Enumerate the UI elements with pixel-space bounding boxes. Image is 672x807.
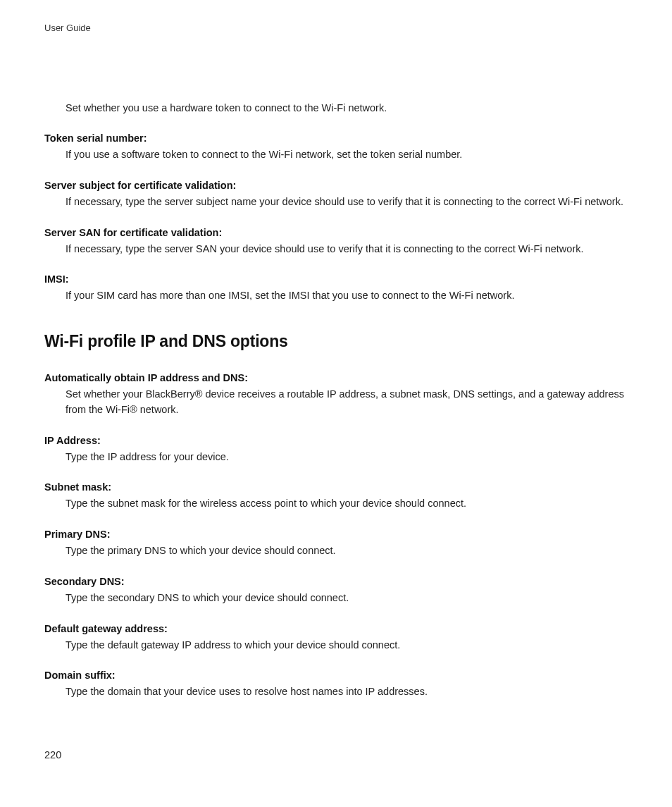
page-number: 220 — [44, 749, 61, 760]
item-description: Type the domain that your device uses to… — [44, 684, 628, 700]
definition-item: Subnet mask: Type the subnet mask for th… — [44, 480, 628, 512]
orphan-description: Set whether you use a hardware token to … — [44, 101, 628, 116]
item-label: Server SAN for certificate validation: — [44, 226, 628, 240]
item-description: Type the secondary DNS to which your dev… — [44, 591, 628, 606]
item-label: Default gateway address: — [44, 622, 628, 636]
definition-item: Secondary DNS: Type the secondary DNS to… — [44, 574, 628, 606]
item-description: If your SIM card has more than one IMSI,… — [44, 288, 628, 304]
item-description: Set whether your BlackBerry® device rece… — [44, 387, 628, 418]
item-label: Subnet mask: — [44, 480, 628, 495]
item-description: If necessary, type the server subject na… — [44, 195, 628, 210]
item-description: Type the IP address for your device. — [44, 450, 628, 465]
definition-item: Server subject for certificate validatio… — [44, 178, 628, 210]
definition-item: Primary DNS: Type the primary DNS to whi… — [44, 527, 628, 559]
definition-item: Token serial number: If you use a softwa… — [44, 131, 628, 163]
item-label: IP Address: — [44, 433, 628, 448]
definition-item: Server SAN for certificate validation: I… — [44, 226, 628, 257]
item-label: Server subject for certificate validatio… — [44, 178, 628, 193]
item-description: Type the default gateway IP address to w… — [44, 638, 628, 653]
definition-item: Default gateway address: Type the defaul… — [44, 622, 628, 653]
item-description: Type the primary DNS to which your devic… — [44, 543, 628, 559]
definition-item: IP Address: Type the IP address for your… — [44, 433, 628, 465]
definition-item: IMSI: If your SIM card has more than one… — [44, 272, 628, 304]
item-label: Domain suffix: — [44, 668, 628, 683]
item-label: Secondary DNS: — [44, 574, 628, 589]
item-description: Type the subnet mask for the wireless ac… — [44, 496, 628, 512]
item-label: Primary DNS: — [44, 527, 628, 542]
section-heading: Wi-Fi profile IP and DNS options — [44, 332, 628, 351]
definition-item: Domain suffix: Type the domain that your… — [44, 668, 628, 700]
definition-item: Automatically obtain IP address and DNS:… — [44, 371, 628, 418]
item-label: IMSI: — [44, 272, 628, 287]
item-label: Token serial number: — [44, 131, 628, 146]
page-header: User Guide — [44, 23, 628, 33]
item-description: If necessary, type the server SAN your d… — [44, 242, 628, 257]
item-label: Automatically obtain IP address and DNS: — [44, 371, 628, 386]
item-description: If you use a software token to connect t… — [44, 147, 628, 163]
